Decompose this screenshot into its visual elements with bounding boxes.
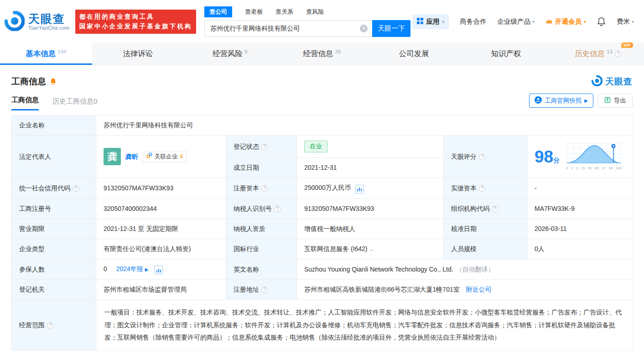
search-button[interactable]: 天眼一下	[372, 20, 410, 37]
help-icon[interactable]: ?	[261, 287, 268, 293]
search-input[interactable]	[204, 20, 372, 37]
apps-menu-button[interactable]: 应用 ▾	[412, 14, 449, 29]
label-credit-code: 统一社会信用代码?	[12, 178, 96, 199]
score-distribution-chart[interactable]: 013 155085 9799100	[566, 142, 622, 171]
capital-history-icon[interactable]	[355, 185, 364, 194]
value-business-scope: 一般项目：技术服务、技术开发、技术咨询、技术交流、技术转让、技术推广；人工智能应…	[96, 300, 633, 351]
tab-history-info[interactable]: VIP 历史信息 13 ?	[552, 42, 644, 65]
subtab-history-business-info[interactable]: 历史工商信息0	[52, 97, 97, 110]
search-tab-risk[interactable]: 查风险	[306, 6, 324, 17]
label-establish-date: 成立日期	[226, 158, 297, 178]
table-row: 营业期限 2021-12-31 至 无固定期限 纳税人资质 增值税一般纳税人 核…	[12, 219, 633, 239]
value-business-term: 2021-12-31 至 无固定期限	[96, 219, 226, 239]
score-axis-labels: 013 155085 9799100	[566, 166, 622, 171]
section-header: 工商信息 天眼查	[0, 65, 644, 92]
open-vip-button[interactable]: 开通会员 ▾	[545, 17, 586, 26]
promo-banner: 都在用的商业查询工具 国家中小企业发展子基金旗下机构	[75, 10, 197, 34]
annual-report-link[interactable]: 2024年报 ▶	[116, 265, 149, 272]
tab-operation-risk[interactable]: 经营风险 9	[184, 42, 276, 65]
insured-history-icon[interactable]	[154, 266, 163, 274]
nearby-companies-link[interactable]: 附近公司	[466, 286, 492, 293]
export-icon	[604, 97, 611, 105]
label-legal-rep: 法定代表人	[12, 136, 96, 178]
label-industry: 国标行业	[226, 239, 297, 259]
tab-operation-info[interactable]: 经营信息 26	[276, 42, 368, 65]
search-tab-company[interactable]: 查公司	[204, 6, 232, 17]
caret-down-icon: ▾	[632, 19, 634, 24]
tab-count: 26	[335, 49, 341, 54]
help-icon[interactable]: ?	[73, 185, 79, 192]
help-icon[interactable]: ?	[261, 185, 268, 192]
menu-enterprise-products[interactable]: 企业级产品 ▾	[497, 17, 535, 26]
arrow-right-icon: ▶	[145, 267, 149, 272]
chevron-down-icon[interactable]: ⌄	[369, 246, 374, 252]
legal-rep-avatar[interactable]: 龚	[104, 148, 121, 165]
tianyancha-logo[interactable]: 天眼查 TianYanCha.com	[5, 11, 70, 32]
crown-icon	[545, 18, 553, 26]
value-taxpayer-quality: 增值税一般纳税人	[297, 219, 444, 239]
table-row: 企业类型 有限责任公司(港澳台法人独资) 国标行业 互联网信息服务 (I642)…	[12, 239, 633, 259]
menu-business-cooperation[interactable]: 商务合作	[460, 17, 486, 26]
export-button[interactable]: 导出	[598, 94, 633, 108]
label-reg-status: 登记状态?	[226, 136, 297, 158]
search-tab-boss[interactable]: 查老板	[245, 6, 263, 17]
help-icon[interactable]: ?	[479, 185, 485, 192]
label-tianyan-score: 天眼评分?	[444, 136, 527, 178]
value-registry: 苏州市相城区市场监督管理局	[96, 280, 226, 300]
search-tab-relation[interactable]: 查关系	[275, 6, 293, 17]
watermark-brand-name: 天眼查	[605, 76, 633, 88]
tianyancha-watermark-logo: 天眼查	[592, 75, 633, 88]
table-row: 工商注册号 320507400002344 纳税人识别号? 91320507MA…	[12, 199, 633, 219]
apps-grid-icon	[417, 18, 423, 26]
score-unit: 分	[553, 157, 560, 164]
tab-legal-proceedings[interactable]: 法律诉讼	[92, 42, 184, 65]
table-row: 登记机关 苏州市相城区市场监督管理局 注册地址? 苏州市相城区高铁新城陆港街66…	[12, 280, 633, 300]
tianyancha-logo-icon	[592, 75, 602, 88]
value-tianyan-score: 98分	[527, 136, 633, 178]
help-icon[interactable]: ?	[492, 206, 498, 212]
status-badge: 在业	[304, 141, 327, 152]
legal-rep-link[interactable]: 龚昕	[125, 152, 138, 162]
value-staff-size: 0人	[527, 239, 633, 259]
label-staff-size: 人员规模	[444, 239, 527, 259]
tab-company-development[interactable]: 公司发展	[368, 42, 460, 65]
arrow-right-icon: ▶	[584, 98, 588, 103]
help-icon[interactable]: ?	[274, 206, 280, 212]
label-approval-date: 核准日期	[444, 219, 527, 239]
label-company-type: 企业类型	[12, 239, 96, 259]
tab-count: 194	[57, 49, 66, 54]
subtabs-row: 工商信息 历史工商信息0 工商官网快照 ▶ 导出	[0, 92, 644, 110]
caret-down-icon: ▾	[442, 19, 444, 24]
label-paid-capital: 实缴资本?	[444, 178, 527, 199]
value-reg-capital: 250000万人民币	[297, 178, 444, 199]
notification-bell-icon[interactable]	[597, 17, 606, 26]
brand-domain: TianYanCha.com	[28, 25, 70, 31]
score-value[interactable]: 98	[535, 147, 553, 166]
label-business-scope: 经营范围?	[12, 300, 96, 351]
related-companies-badge[interactable]: 关联企业 4	[143, 151, 187, 162]
official-snapshot-button[interactable]: 工商官网快照 ▶	[529, 94, 593, 108]
tab-basic-info[interactable]: 基本信息 194	[0, 42, 92, 65]
caret-down-icon: ▾	[584, 19, 586, 24]
value-taxpayer-id: 91320507MA7FW33K93	[297, 199, 444, 219]
subscribe-bell-icon[interactable]	[50, 78, 57, 85]
tab-intellectual-property[interactable]: 知识产权	[460, 42, 552, 65]
search-tabs: 查公司 查老板 查关系 查风险	[204, 6, 410, 17]
label-business-term: 营业期限	[12, 219, 96, 239]
help-icon[interactable]: ?	[479, 154, 485, 160]
table-row: 参保人数 0 2024年报 ▶ 英文名称 Suzhou Youxing Qian…	[12, 259, 633, 280]
label-company-name: 企业名称	[12, 115, 96, 136]
value-credit-code: 91320507MA7FW33K93	[96, 178, 226, 199]
label-org-code: 组织机构代码?	[444, 199, 527, 219]
label-reg-number: 工商注册号	[12, 199, 96, 219]
value-approval-date: 2026-03-11	[527, 219, 633, 239]
tab-count: 13	[607, 49, 613, 54]
link-icon	[146, 152, 152, 161]
user-menu[interactable]: 费米 ▾	[617, 17, 634, 26]
subtab-business-info[interactable]: 工商信息	[11, 96, 39, 110]
help-icon[interactable]: ?	[47, 322, 53, 329]
label-insured-count: 参保人数	[12, 259, 96, 280]
section-title: 工商信息	[11, 76, 46, 88]
help-icon[interactable]: ?	[615, 51, 621, 57]
help-icon[interactable]: ?	[261, 144, 268, 150]
